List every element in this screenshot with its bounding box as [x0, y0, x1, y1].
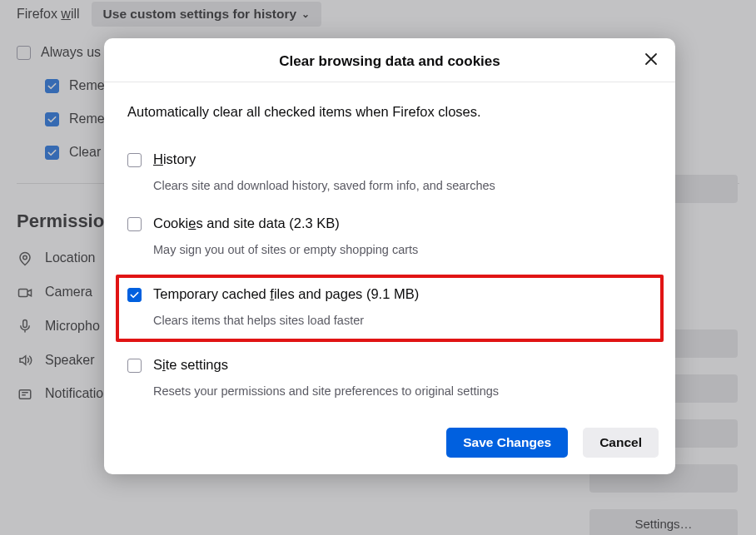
- checkbox-site-settings[interactable]: [127, 359, 142, 373]
- option-site-settings-text: Site settings Resets your permissions an…: [153, 357, 499, 398]
- clear-data-dialog: Clear browsing data and cookies Automati…: [104, 38, 675, 474]
- checkbox-history[interactable]: [127, 153, 142, 167]
- checkbox-cache[interactable]: [127, 288, 142, 302]
- option-cookies-text: Cookies and site data (2.3 KB) May sign …: [153, 215, 418, 256]
- highlight-box: Temporary cached files and pages (9.1 MB…: [116, 275, 664, 342]
- close-icon[interactable]: [642, 50, 660, 68]
- dialog-header: Clear browsing data and cookies: [104, 38, 675, 82]
- dialog-body: Automatically clear all checked items wh…: [104, 82, 675, 421]
- option-cookies-desc: May sign you out of sites or empty shopp…: [153, 243, 418, 256]
- option-history-text: History Clears site and download history…: [153, 151, 495, 192]
- option-cache[interactable]: Temporary cached files and pages (9.1 MB…: [127, 286, 649, 327]
- dialog-intro: Automatically clear all checked items wh…: [127, 104, 652, 120]
- cancel-button[interactable]: Cancel: [583, 428, 659, 458]
- option-history[interactable]: History Clears site and download history…: [127, 143, 652, 207]
- checkbox-cookies[interactable]: [127, 217, 142, 231]
- option-cache-desc: Clears items that helps sites load faste…: [153, 314, 419, 327]
- dialog-footer: Save Changes Cancel: [104, 421, 675, 474]
- option-site-settings[interactable]: Site settings Resets your permissions an…: [127, 349, 652, 413]
- option-cache-text: Temporary cached files and pages (9.1 MB…: [153, 286, 419, 327]
- dialog-title: Clear browsing data and cookies: [279, 53, 500, 69]
- option-cookies[interactable]: Cookies and site data (2.3 KB) May sign …: [127, 207, 652, 271]
- option-history-desc: Clears site and download history, saved …: [153, 179, 495, 192]
- option-site-settings-desc: Resets your permissions and site prefere…: [153, 384, 499, 398]
- save-button[interactable]: Save Changes: [446, 428, 568, 458]
